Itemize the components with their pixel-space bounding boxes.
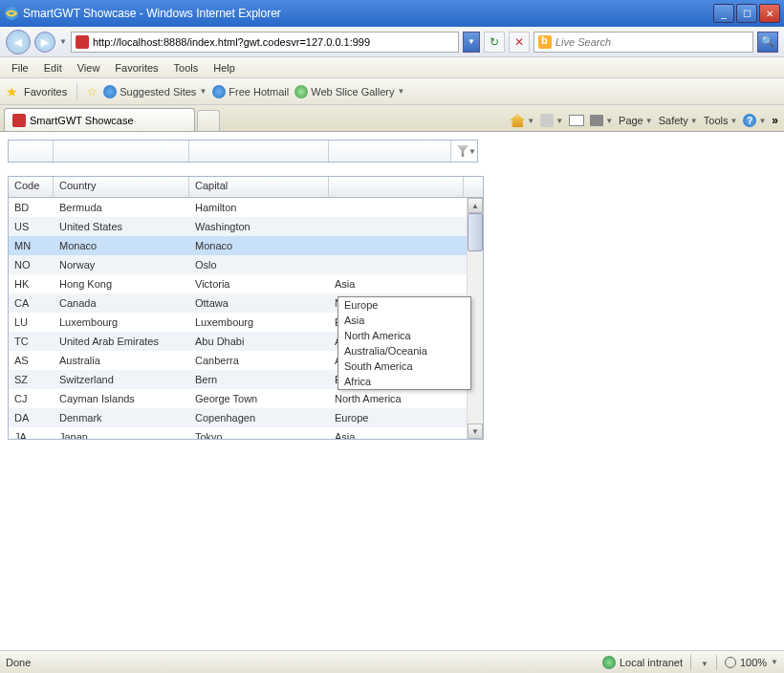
search-go-button[interactable]: 🔍 [757,32,778,53]
cell-continent: Europe [329,410,464,425]
print-button[interactable]: ▼ [590,115,613,126]
safety-menu[interactable]: Safety▼ [659,115,698,126]
mail-icon [569,115,584,126]
cell-capital: Victoria [189,276,329,292]
menu-view[interactable]: View [70,60,108,76]
tab-smartgwt-showcase[interactable]: SmartGWT Showcase [4,108,195,131]
back-button[interactable]: ◄ [6,30,31,54]
cell-continent [329,263,464,267]
rss-icon [540,114,554,127]
cell-capital: Washington [189,219,329,234]
help-button[interactable]: ?▼ [743,114,766,127]
header-continent[interactable] [329,177,464,197]
cell-capital: George Town [189,391,329,406]
rss-button[interactable]: ▼ [540,114,563,127]
url-input[interactable] [93,36,454,48]
scroll-thumb[interactable] [468,213,483,251]
cell-capital: Oslo [189,257,329,272]
search-bar[interactable] [534,32,753,53]
new-tab-button[interactable] [197,110,220,131]
slice-icon [294,85,308,98]
star-icon: ★ [6,84,18,99]
menu-file[interactable]: File [4,60,36,76]
filter-continent-input[interactable] [329,141,468,162]
menu-tools[interactable]: Tools [166,60,207,76]
cell-continent [329,225,464,228]
table-row[interactable]: BDBermudaHamilton [9,198,468,217]
header-code[interactable]: Code [9,177,54,197]
table-row[interactable]: DADenmarkCopenhagenEurope [9,408,468,427]
dropdown-option[interactable]: South America [338,358,470,374]
chevron-down-icon[interactable]: ▼ [468,147,476,156]
cell-country: Monaco [54,238,189,253]
page-menu[interactable]: Page▼ [619,115,653,126]
scroll-down-button[interactable]: ▼ [468,423,483,439]
overflow-button[interactable]: » [772,114,778,127]
filter-country[interactable] [54,141,189,162]
tools-menu[interactable]: Tools▼ [704,115,738,126]
menu-edit[interactable]: Edit [36,60,70,76]
globe-icon [602,656,616,669]
address-dropdown[interactable]: ▼ [463,32,480,53]
dropdown-option[interactable]: Africa [338,374,470,389]
ie-small-icon [103,85,117,98]
table-row[interactable]: HKHong KongVictoriaAsia [9,274,468,293]
free-hotmail-link[interactable]: Free Hotmail [212,85,289,98]
cell-code: US [9,219,54,234]
refresh-button[interactable]: ↻ [484,32,505,53]
cell-country: Norway [54,257,189,272]
table-row[interactable]: USUnited StatesWashington [9,217,468,236]
suggested-sites-link[interactable]: Suggested Sites ▼ [103,85,207,98]
favorites-label[interactable]: Favorites [24,86,67,98]
dropdown-option[interactable]: North America [338,328,470,343]
dropdown-option[interactable]: Europe [338,297,470,313]
security-zone[interactable]: Local intranet [602,656,683,669]
stop-button[interactable]: ✕ [509,32,530,53]
home-icon [510,114,525,127]
address-bar[interactable] [71,32,459,53]
cell-code: MN [9,238,54,253]
cell-country: Bermuda [54,200,189,215]
zoom-control[interactable]: 100% ▼ [725,657,778,668]
table-row[interactable]: CJCayman IslandsGeorge TownNorth America [9,389,468,408]
search-input[interactable] [555,36,749,48]
table-row[interactable]: JAJapanTokyoAsia [9,427,468,439]
mail-button[interactable] [569,115,584,126]
protected-mode[interactable]: ▼ [699,657,708,668]
continent-dropdown-popup: EuropeAsiaNorth AmericaAustralia/Oceania… [338,296,471,390]
cell-code: LU [9,315,54,330]
cell-capital: Luxembourg [189,315,329,330]
cell-continent: Asia [329,276,464,292]
cell-capital: Bern [189,372,329,387]
cell-capital: Ottawa [189,295,329,311]
dropdown-option[interactable]: Asia [338,313,470,328]
cell-country: United Arab Emirates [54,334,189,349]
dropdown-option[interactable]: Australia/Oceania [338,343,470,358]
maximize-button[interactable]: ☐ [736,4,757,23]
cell-code: NO [9,257,54,272]
cell-country: Japan [54,429,189,439]
filter-capital[interactable] [189,141,329,162]
home-button[interactable]: ▼ [510,114,534,127]
menu-bar: File Edit View Favorites Tools Help [0,57,784,78]
header-country[interactable]: Country [54,177,189,197]
cell-code: CA [9,295,54,311]
forward-button[interactable]: ► [34,32,55,53]
cell-country: Switzerland [54,372,189,387]
close-button[interactable]: ✕ [759,4,780,23]
menu-help[interactable]: Help [206,60,243,76]
cell-code: DA [9,410,54,425]
cell-code: AS [9,353,54,368]
filter-continent[interactable]: ▼ [329,141,451,162]
scroll-up-button[interactable]: ▲ [468,198,483,213]
add-favorite-icon[interactable]: ☆ [87,85,98,98]
table-row[interactable]: NONorwayOslo [9,255,468,274]
minimize-button[interactable]: _ [713,4,734,23]
header-capital[interactable]: Capital [189,177,329,197]
table-row[interactable]: MNMonacoMonaco [9,236,468,255]
menu-favorites[interactable]: Favorites [107,60,165,76]
history-dropdown[interactable]: ▼ [59,37,67,46]
status-text: Done [6,657,602,668]
web-slice-gallery-link[interactable]: Web Slice Gallery ▼ [294,85,404,98]
filter-code[interactable] [9,141,54,162]
